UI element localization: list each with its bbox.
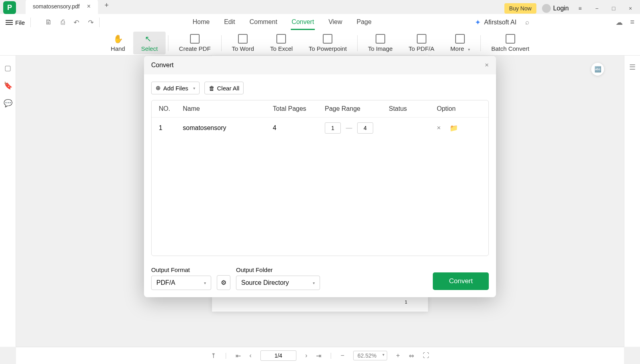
next-page-icon[interactable]: ›	[305, 352, 307, 359]
zoom-select[interactable]: 62.52%	[353, 351, 387, 360]
gear-icon: ⚙	[221, 279, 226, 286]
tab-convert[interactable]: Convert	[291, 15, 315, 30]
last-page-icon[interactable]: ⇥	[316, 352, 321, 360]
left-sidebar: ▢ 🔖 💬	[0, 56, 16, 347]
hamburger-menu-icon[interactable]: ≡	[574, 3, 586, 14]
dialog-title: Convert	[151, 62, 174, 69]
page-input[interactable]	[260, 350, 296, 361]
bookmark-icon[interactable]: 🔖	[4, 81, 12, 90]
chevron-down-icon: ▾	[193, 86, 195, 90]
tool-select[interactable]: ↖Select	[133, 32, 166, 54]
save-icon[interactable]: 🗎	[45, 18, 52, 27]
right-sidebar: ☰	[624, 56, 640, 347]
add-files-button[interactable]: ⊕ Add Files ▾	[151, 82, 200, 94]
tool-batch-convert[interactable]: Batch Convert	[483, 32, 537, 54]
document-canvas[interactable]: 1 The following description is based on …	[16, 56, 624, 347]
tool-to-powerpoint[interactable]: To Powerpoint	[301, 32, 355, 54]
buy-now-button[interactable]: Buy Now	[504, 3, 536, 14]
col-status: Status	[389, 105, 437, 112]
zoom-in-icon[interactable]: +	[396, 352, 400, 359]
tab-edit[interactable]: Edit	[223, 15, 236, 30]
print-icon[interactable]: ⎙	[61, 18, 65, 27]
trash-icon: 🗑	[209, 85, 215, 92]
tool-hand[interactable]: ✋Hand	[103, 32, 133, 54]
open-folder-row-icon[interactable]: 📁	[450, 124, 458, 132]
cloud-icon[interactable]: ☁	[616, 18, 623, 27]
col-total: Total Pages	[273, 105, 325, 112]
clear-all-button[interactable]: 🗑 Clear All	[204, 82, 244, 94]
maximize-icon[interactable]: □	[608, 3, 619, 14]
menu-icon	[6, 20, 13, 25]
undo-icon[interactable]: ↶	[74, 18, 79, 27]
page-number: 1	[405, 300, 407, 304]
remove-row-icon[interactable]: ×	[437, 124, 441, 132]
plus-circle-icon: ⊕	[156, 84, 161, 92]
files-table: NO. Name Total Pages Page Range Status O…	[151, 100, 489, 256]
scroll-top-icon[interactable]: ⤒	[211, 352, 216, 360]
close-tab-icon[interactable]: ×	[87, 3, 90, 10]
avatar-icon	[542, 4, 551, 13]
file-menu[interactable]: File	[6, 19, 25, 26]
tab-page[interactable]: Page	[356, 15, 372, 30]
tool-more[interactable]: More ▾	[442, 32, 478, 54]
output-folder-label: Output Folder	[236, 266, 320, 273]
tool-to-pdfa[interactable]: To PDF/A	[401, 32, 442, 54]
tool-to-excel[interactable]: To Excel	[262, 32, 301, 54]
col-no: NO.	[159, 105, 183, 112]
close-window-icon[interactable]: ×	[625, 3, 636, 14]
col-option: Option	[437, 105, 481, 112]
output-format-label: Output Format	[151, 266, 211, 273]
status-bar: ⤒ | ⇤ ‹ › ⇥ | − 62.52% + ⇔ ⛶	[16, 347, 624, 364]
titlebar: P somatosensory.pdf × + Buy Now Login ≡ …	[0, 0, 640, 14]
tab-view[interactable]: View	[328, 15, 343, 30]
panel-toggle-icon[interactable]: ≡	[630, 18, 634, 27]
col-name: Name	[183, 105, 273, 112]
new-tab-button[interactable]: +	[100, 0, 113, 12]
fullscreen-icon[interactable]: ⛶	[423, 352, 429, 359]
output-folder-select[interactable]: Source Directory▾	[236, 276, 320, 290]
prev-page-icon[interactable]: ‹	[250, 352, 252, 359]
sparkle-icon: ✦	[475, 18, 481, 27]
tool-to-image[interactable]: To Image	[360, 32, 401, 54]
translate-float-icon[interactable]: 🔤	[591, 63, 604, 76]
output-format-select[interactable]: PDF/A▾	[151, 276, 211, 290]
document-tab[interactable]: somatosensory.pdf ×	[26, 0, 98, 14]
app-logo: P	[3, 1, 16, 14]
format-settings-button[interactable]: ⚙	[217, 275, 230, 290]
search-icon[interactable]: ⌕	[525, 18, 529, 26]
col-range: Page Range	[325, 105, 389, 112]
fit-width-icon[interactable]: ⇔	[409, 352, 414, 360]
toolbar: ✋Hand ↖Select Create PDF To Word To Exce…	[0, 31, 640, 56]
dialog-close-icon[interactable]: ×	[485, 61, 489, 69]
properties-icon[interactable]: ☰	[629, 63, 636, 347]
comment-list-icon[interactable]: 💬	[4, 99, 12, 108]
ai-brand-button[interactable]: ✦ Afirstsoft AI	[475, 18, 516, 27]
tab-title: somatosensory.pdf	[33, 3, 80, 10]
convert-button[interactable]: Convert	[433, 272, 489, 290]
tab-home[interactable]: Home	[192, 15, 210, 30]
menubar: File 🗎 ⎙ ↶ ↷ Home Edit Comment Convert V…	[0, 14, 640, 31]
zoom-out-icon[interactable]: −	[340, 352, 344, 359]
redo-icon[interactable]: ↷	[88, 18, 94, 27]
range-to-input[interactable]	[357, 122, 373, 134]
minimize-icon[interactable]: −	[591, 3, 602, 14]
tool-to-word[interactable]: To Word	[224, 32, 262, 54]
range-from-input[interactable]	[325, 122, 341, 134]
table-row: 1 somatosensory 4 — × 📁	[152, 118, 488, 138]
convert-dialog: Convert × ⊕ Add Files ▾ 🗑 Clear All	[144, 56, 496, 297]
tab-comment[interactable]: Comment	[249, 15, 278, 30]
first-page-icon[interactable]: ⇤	[236, 352, 241, 360]
thumbnails-icon[interactable]: ▢	[4, 64, 11, 72]
login-button[interactable]: Login	[542, 4, 569, 13]
tool-create-pdf[interactable]: Create PDF	[171, 32, 218, 54]
